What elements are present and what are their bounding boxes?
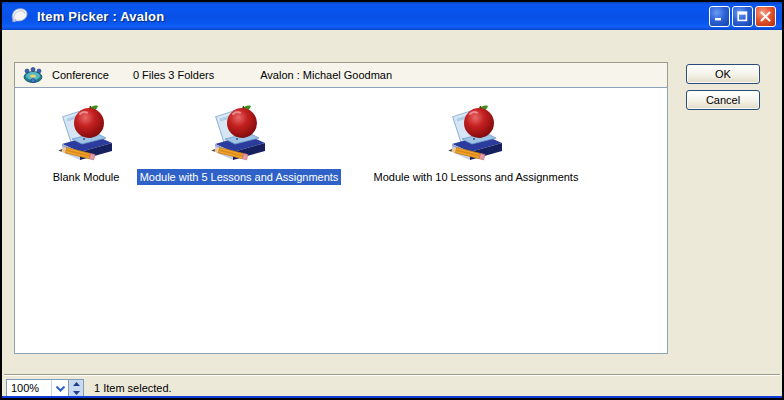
selection-status-text: 1 Item selected. xyxy=(94,382,172,394)
minimize-button[interactable] xyxy=(709,6,730,27)
module-item[interactable]: Module with 5 Lessons and Assignments xyxy=(132,102,346,185)
module-item[interactable]: Blank Module xyxy=(25,102,147,185)
minimize-icon xyxy=(714,11,725,22)
module-item[interactable]: Module with 10 Lessons and Assignments xyxy=(364,102,588,185)
zoom-stepper[interactable] xyxy=(68,380,83,397)
chevron-down-icon xyxy=(56,386,65,392)
cancel-button[interactable]: Cancel xyxy=(686,90,760,110)
zoom-dropdown-button[interactable] xyxy=(51,380,68,397)
item-picker-dialog: Item Picker : Avalon Conference 0 Files … xyxy=(0,0,784,400)
module-item-label[interactable]: Module with 5 Lessons and Assignments xyxy=(137,169,342,185)
apple-on-books-icon xyxy=(444,102,508,166)
title-bar[interactable]: Item Picker : Avalon xyxy=(2,2,782,30)
module-item-label[interactable]: Blank Module xyxy=(50,169,123,185)
window-title: Item Picker : Avalon xyxy=(37,9,709,24)
close-button[interactable] xyxy=(755,6,776,27)
status-divider xyxy=(4,374,780,376)
container-type-label: Conference xyxy=(52,69,109,81)
note-icon xyxy=(9,6,31,26)
zoom-level-value: 100% xyxy=(7,380,51,397)
apple-on-books-icon xyxy=(207,102,271,166)
maximize-icon xyxy=(737,11,748,22)
server-owner-label: Avalon : Michael Goodman xyxy=(260,69,392,81)
ok-button[interactable]: OK xyxy=(686,64,760,84)
close-icon xyxy=(760,11,771,22)
file-folder-counts: 0 Files 3 Folders xyxy=(133,69,214,81)
apple-on-books-icon xyxy=(54,102,118,166)
triangle-down-icon xyxy=(73,391,80,395)
module-item-label[interactable]: Module with 10 Lessons and Assignments xyxy=(371,169,582,185)
spin-up-button[interactable] xyxy=(69,380,83,389)
container-header-bar: Conference 0 Files 3 Folders Avalon : Mi… xyxy=(14,62,668,88)
conference-people-icon xyxy=(23,66,43,84)
maximize-button[interactable] xyxy=(732,6,753,27)
window-bottom-edge xyxy=(2,396,782,398)
item-list[interactable]: Blank Module xyxy=(14,87,668,354)
triangle-up-icon xyxy=(73,382,80,386)
